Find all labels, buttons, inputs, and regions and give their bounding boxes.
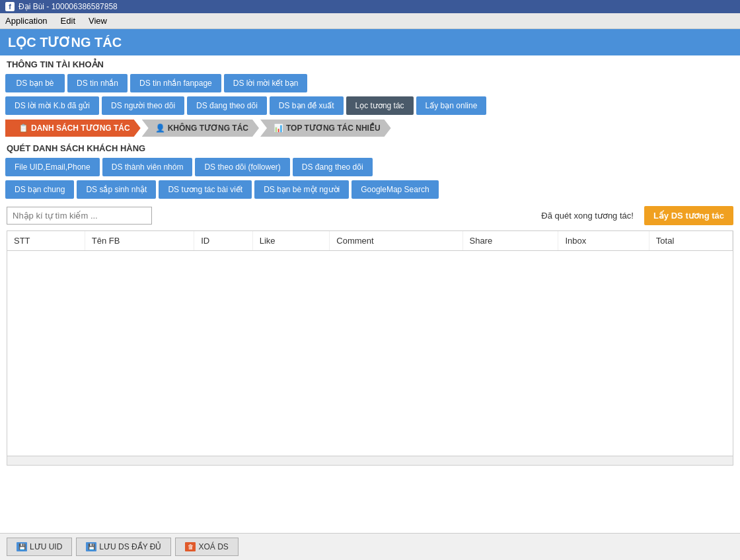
horizontal-scrollbar[interactable] bbox=[7, 456, 733, 465]
account-btn-row2: DS lời mời K.b đã gửi DS người theo dõi … bbox=[0, 94, 740, 117]
save-icon-1: 💾 bbox=[17, 542, 27, 551]
table-header-row: STT Tên FB ID Like Comment Share Inbox T… bbox=[7, 231, 733, 251]
btn-ds-sap-sinh-nhat[interactable]: DS sắp sinh nhật bbox=[77, 180, 156, 199]
table-scroll-wrapper[interactable]: STT Tên FB ID Like Comment Share Inbox T… bbox=[7, 231, 733, 456]
menu-edit[interactable]: Edit bbox=[58, 15, 78, 27]
action-row: Đã quét xong tương tác! Lấy DS tương tác bbox=[0, 201, 740, 230]
tab-khong-tuong-tac[interactable]: 👤 KHÔNG TƯƠNG TÁC bbox=[142, 120, 259, 137]
col-inbox: Inbox bbox=[558, 231, 649, 251]
tab-danh-sach-tuong-tac[interactable]: 📋 DANH SÁCH TƯƠNG TÁC bbox=[5, 120, 141, 137]
tab-top-tuong-tac-nhieu[interactable]: 📊 TOP TƯƠNG TÁC NHIỀU bbox=[260, 120, 391, 137]
menu-application[interactable]: Application bbox=[3, 15, 50, 27]
btn-ds-loi-moi-ket-ban[interactable]: DS lời mời kết bạn bbox=[224, 74, 308, 92]
col-id: ID bbox=[194, 231, 252, 251]
btn-luu-ds-day-du-label: LƯU DS ĐẦY ĐỦ bbox=[99, 542, 161, 551]
tab-icon-3: 📊 bbox=[274, 123, 283, 133]
btn-ds-dang-theo-doi2[interactable]: DS đang theo dõi bbox=[293, 158, 373, 176]
main-content: LỌC TƯƠNG TÁC THÔNG TIN TÀI KHOẢN DS bạn… bbox=[0, 29, 740, 555]
btn-googlemap-search[interactable]: GoogleMap Search bbox=[352, 180, 438, 199]
btn-ds-ban-be-mot-nguoi[interactable]: DS bạn bè một người bbox=[254, 180, 349, 199]
btn-luu-uid[interactable]: 💾 LƯU UID bbox=[7, 538, 72, 555]
title-bar: f Đại Bùi - 100006386587858 bbox=[0, 0, 740, 13]
btn-ds-ban-de-xuat[interactable]: DS bạn đề xuất bbox=[270, 96, 344, 115]
btn-xoa-ds[interactable]: 🗑 XOÁ DS bbox=[175, 538, 238, 555]
btn-lay-ban-online[interactable]: Lấy bạn online bbox=[416, 96, 487, 115]
col-share: Share bbox=[462, 231, 558, 251]
app-title: Đại Bùi - 100006386587858 bbox=[18, 2, 118, 11]
menu-view[interactable]: View bbox=[86, 15, 110, 27]
btn-xoa-ds-label: XOÁ DS bbox=[198, 542, 228, 551]
col-stt: STT bbox=[7, 231, 85, 251]
btn-lay-ds-tuong-tac[interactable]: Lấy DS tương tác bbox=[644, 206, 733, 225]
data-table: STT Tên FB ID Like Comment Share Inbox T… bbox=[7, 231, 733, 251]
btn-ds-nguoi-theo-doi[interactable]: DS người theo dõi bbox=[102, 96, 184, 115]
tab-row: 📋 DANH SÁCH TƯƠNG TÁC 👤 KHÔNG TƯƠNG TÁC … bbox=[0, 117, 740, 139]
btn-ds-theo-doi-follower[interactable]: DS theo dõi (follower) bbox=[195, 158, 289, 176]
btn-luu-ds-day-du[interactable]: 💾 LƯU DS ĐẦY ĐỦ bbox=[76, 538, 171, 555]
btn-ds-ban-chung[interactable]: DS bạn chung bbox=[5, 180, 74, 199]
col-ten-fb: Tên FB bbox=[85, 231, 194, 251]
btn-file-uid-email-phone[interactable]: File UID,Email,Phone bbox=[5, 158, 100, 176]
btn-loc-tuong-tac[interactable]: Lọc tương tác bbox=[346, 96, 414, 115]
search-input[interactable] bbox=[7, 207, 152, 225]
account-btn-row1: DS bạn bè DS tin nhắn DS tin nhắn fanpag… bbox=[0, 72, 740, 94]
btn-ds-ban-be[interactable]: DS bạn bè bbox=[5, 74, 65, 92]
fb-icon: f bbox=[5, 2, 15, 11]
customer-list-title: QUÉT DANH SÁCH KHÁCH HÀNG bbox=[0, 139, 740, 156]
btn-ds-thanh-vien-nhom[interactable]: DS thành viên nhóm bbox=[102, 158, 193, 176]
page-header: LỌC TƯƠNG TÁC bbox=[0, 29, 740, 55]
account-info-title: THÔNG TIN TÀI KHOẢN bbox=[0, 55, 740, 72]
tab-label-2: KHÔNG TƯƠNG TÁC bbox=[168, 123, 248, 133]
bottom-bar: 💾 LƯU UID 💾 LƯU DS ĐẦY ĐỦ 🗑 XOÁ DS bbox=[0, 533, 740, 555]
col-total: Total bbox=[649, 231, 732, 251]
menu-bar: Application Edit View bbox=[0, 13, 740, 29]
tab-icon-2: 👤 bbox=[155, 123, 165, 133]
tab-label-1: DANH SÁCH TƯƠNG TÁC bbox=[31, 123, 130, 133]
delete-icon: 🗑 bbox=[185, 542, 196, 551]
btn-ds-loi-moi-kb-da-gui[interactable]: DS lời mời K.b đã gửi bbox=[5, 96, 99, 115]
table-container: STT Tên FB ID Like Comment Share Inbox T… bbox=[7, 230, 733, 466]
btn-ds-tin-nhan[interactable]: DS tin nhắn bbox=[67, 74, 128, 92]
page-title: LỌC TƯƠNG TÁC bbox=[8, 35, 122, 50]
tab-label-3: TOP TƯƠNG TÁC NHIỀU bbox=[286, 123, 381, 133]
col-comment: Comment bbox=[330, 231, 462, 251]
tab-icon-1: 📋 bbox=[18, 123, 28, 133]
btn-ds-tin-nhan-fanpage[interactable]: DS tin nhắn fanpage bbox=[130, 74, 221, 92]
save-icon-2: 💾 bbox=[86, 542, 96, 551]
customer-btn-row1: File UID,Email,Phone DS thành viên nhóm … bbox=[0, 156, 740, 178]
customer-btn-row2: DS bạn chung DS sắp sinh nhật DS tương t… bbox=[0, 178, 740, 201]
btn-ds-dang-theo-doi[interactable]: DS đang theo dõi bbox=[187, 96, 267, 115]
col-like: Like bbox=[252, 231, 330, 251]
btn-ds-tuong-tac-bai-viet[interactable]: DS tương tác bài viết bbox=[159, 180, 252, 199]
btn-luu-uid-label: LƯU UID bbox=[30, 542, 62, 551]
status-text: Đã quét xong tương tác! bbox=[541, 211, 634, 221]
